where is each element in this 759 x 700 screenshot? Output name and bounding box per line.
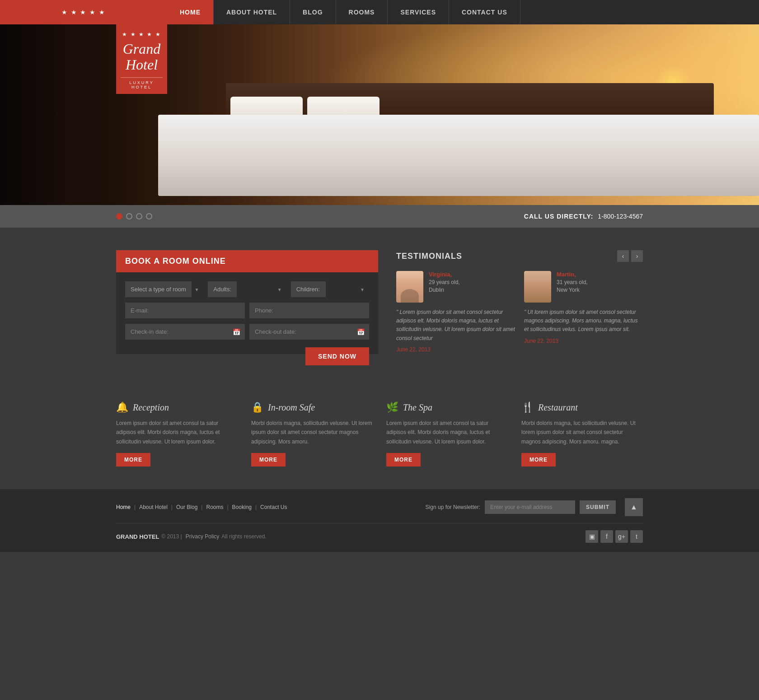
service-title-row-3: 🌿 The Spa xyxy=(386,401,508,413)
footer-sep-1: | xyxy=(134,504,136,510)
testimonial-person-2: Martin, 31 years old, New York xyxy=(524,271,643,303)
send-button[interactable]: SEND NOW xyxy=(305,347,369,365)
adults-select[interactable]: Adults: xyxy=(208,281,237,297)
service-more-4[interactable]: MORE xyxy=(521,453,556,467)
logo-title-line1: Grand xyxy=(123,41,161,57)
footer-sep-2: | xyxy=(171,504,173,510)
footer-link-about[interactable]: About Hotel xyxy=(139,504,168,510)
service-text-3: Lorem ipsum dolor sit amet consol ta sat… xyxy=(386,419,508,446)
social-twitter[interactable]: t xyxy=(630,530,643,543)
service-text-2: Morbi doloris magna, sollicitudin velusn… xyxy=(251,419,373,446)
children-select[interactable]: Children: xyxy=(291,281,326,297)
testimonial-name-2: Martin, xyxy=(557,271,588,278)
hero-section: ★ ★ ★ ★ ★ Grand Hotel LUXURY HOTEL xyxy=(0,24,759,205)
testimonial-location-1: Dublin xyxy=(429,287,460,293)
service-restaurant: 🍴 Restaurant Morbi doloris magna, luc so… xyxy=(521,401,643,467)
logo-card: ★ ★ ★ ★ ★ Grand Hotel LUXURY HOTEL xyxy=(116,24,167,94)
testimonial-date-1: June 22, 2013 xyxy=(396,346,515,353)
footer-link-home[interactable]: Home xyxy=(116,504,131,510)
hero-bed xyxy=(136,83,759,196)
footer-rights: All rights reserved. xyxy=(221,533,266,540)
adults-wrap: Adults: xyxy=(208,281,286,297)
room-type-select[interactable]: Select a type of room xyxy=(125,281,192,297)
social-facebook[interactable]: f xyxy=(600,530,613,543)
footer-link-rooms[interactable]: Rooms xyxy=(206,504,223,510)
logo-title: Grand Hotel xyxy=(121,41,163,73)
booking-body: Select a type of room Adults: Children: xyxy=(116,272,378,354)
service-title-3: The Spa xyxy=(403,402,432,413)
social-googleplus[interactable]: g+ xyxy=(615,530,628,543)
testimonials-grid: Virginia, 29 years old, Dublin " Lorem i… xyxy=(396,271,643,353)
checkin-wrap: 📅 xyxy=(125,324,245,340)
footer: Home | About Hotel | Our Blog | Rooms | … xyxy=(0,489,759,552)
nav-links-container: HOME ABOUT HOTEL BLOG ROOMS SERVICES CON… xyxy=(167,0,759,24)
nav-about[interactable]: ABOUT HOTEL xyxy=(214,0,290,24)
logo-subtitle: LUXURY HOTEL xyxy=(121,77,163,89)
email-field[interactable] xyxy=(125,303,245,318)
nav-contact[interactable]: CONTACT US xyxy=(449,0,520,24)
booking-row-1: Select a type of room Adults: Children: xyxy=(125,281,369,297)
newsletter-label: Sign up for Newsletter: xyxy=(426,504,480,510)
social-flickr[interactable]: ▣ xyxy=(586,530,598,543)
main-nav: ★ ★ ★ ★ ★ HOME ABOUT HOTEL BLOG ROOMS SE… xyxy=(0,0,759,24)
testimonials-title: TESTIMONIALS xyxy=(396,252,617,261)
testimonial-info-1: Virginia, 29 years old, Dublin xyxy=(429,271,460,293)
services-section: 🔔 Reception Lorem ipsum dolor sit amet c… xyxy=(0,388,759,489)
testimonial-text-2: " Ut lorem ipsum dolor sit amet consol s… xyxy=(524,308,643,334)
service-title-2: In-room Safe xyxy=(268,402,315,413)
booking-header: BOOK A ROOM ONLINE xyxy=(116,250,378,272)
checkin-date[interactable] xyxy=(125,324,245,340)
nav-blog[interactable]: BLOG xyxy=(290,0,336,24)
children-wrap: Children: xyxy=(291,281,369,297)
footer-link-contact[interactable]: Contact Us xyxy=(260,504,287,510)
newsletter-input[interactable] xyxy=(485,500,575,514)
testimonial-age-2: 31 years old, xyxy=(557,279,588,285)
checkout-wrap: 📅 xyxy=(249,324,369,340)
booking-row-2 xyxy=(125,303,369,318)
testimonial-prev[interactable]: ‹ xyxy=(617,250,629,262)
testimonial-nav: ‹ › xyxy=(617,250,643,262)
restaurant-icon: 🍴 xyxy=(521,401,534,413)
footer-copy: © 2013 | xyxy=(161,533,182,540)
service-more-1[interactable]: MORE xyxy=(116,453,150,467)
newsletter-submit[interactable]: SUBMIT xyxy=(580,500,616,514)
slider-bar: CALL US DIRECTLY: 1-800-123-4567 xyxy=(0,205,759,228)
testimonial-next[interactable]: › xyxy=(631,250,643,262)
nav-services[interactable]: SERVICES xyxy=(388,0,449,24)
logo-stars: ★ ★ ★ ★ ★ xyxy=(121,31,163,37)
slider-dots xyxy=(116,213,152,219)
logo-title-line2: Hotel xyxy=(126,56,158,73)
nav-rooms[interactable]: ROOMS xyxy=(336,0,388,24)
footer-link-booking[interactable]: Booking xyxy=(232,504,252,510)
phone-field[interactable] xyxy=(249,303,369,318)
testimonials-header: TESTIMONIALS ‹ › xyxy=(396,250,643,262)
back-to-top-button[interactable]: ▲ xyxy=(625,498,643,516)
nav-logo: ★ ★ ★ ★ ★ xyxy=(0,0,167,24)
slide-dot-3[interactable] xyxy=(136,213,142,219)
testimonial-age-1: 29 years old, xyxy=(429,279,460,285)
testimonial-location-2: New York xyxy=(557,287,588,293)
newsletter-form: Sign up for Newsletter: SUBMIT xyxy=(426,500,616,514)
footer-privacy-link[interactable]: Privacy Policy xyxy=(186,533,220,540)
testimonial-date-2: June 22, 2013 xyxy=(524,338,643,344)
testimonial-info-2: Martin, 31 years old, New York xyxy=(557,271,588,293)
slide-dot-1[interactable] xyxy=(116,213,122,219)
footer-nav: Home | About Hotel | Our Blog | Rooms | … xyxy=(116,504,287,510)
call-label: CALL US DIRECTLY: xyxy=(524,213,594,220)
service-reception: 🔔 Reception Lorem ipsum dolor sit amet c… xyxy=(116,401,238,467)
footer-link-blog[interactable]: Our Blog xyxy=(176,504,197,510)
service-more-3[interactable]: MORE xyxy=(386,453,421,467)
bed-white xyxy=(158,115,759,196)
room-type-wrap: Select a type of room xyxy=(125,281,203,297)
main-content: BOOK A ROOM ONLINE Select a type of room… xyxy=(0,228,759,388)
service-text-4: Morbi doloris magna, luc sollicitudin ve… xyxy=(521,419,643,446)
checkout-date[interactable] xyxy=(249,324,369,340)
slide-dot-2[interactable] xyxy=(126,213,132,219)
footer-sep-3: | xyxy=(201,504,202,510)
nav-home[interactable]: HOME xyxy=(167,0,214,24)
footer-top: Home | About Hotel | Our Blog | Rooms | … xyxy=(116,498,643,523)
footer-bottom: GRAND HOTEL © 2013 | Privacy Policy All … xyxy=(116,530,643,543)
service-text-1: Lorem ipsum dolor sit amet consul ta sat… xyxy=(116,419,238,446)
slide-dot-4[interactable] xyxy=(146,213,152,219)
service-more-2[interactable]: MORE xyxy=(251,453,286,467)
